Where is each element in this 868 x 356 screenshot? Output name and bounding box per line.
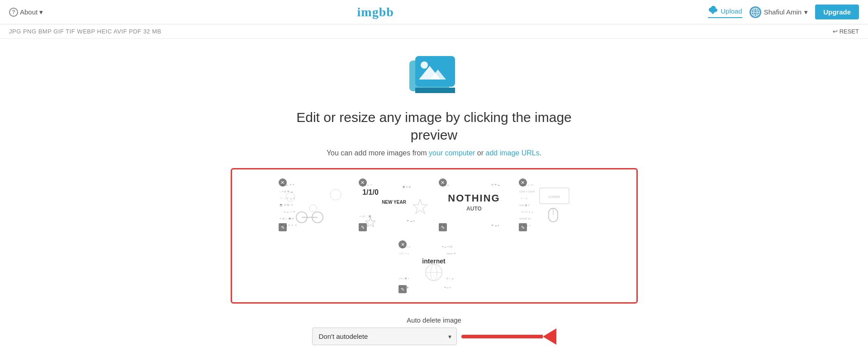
header: ? About ▾ imgbb Upload: [0, 0, 868, 24]
image-thumb-2[interactable]: 1/1/0 NEW YEAR ♪ ★ ☁ ✈ ☕ ♥ ✿ ☀ ✿ ♫ ☕ ❤ ☁…: [357, 177, 432, 233]
upload-nav-link[interactable]: Upload: [708, 6, 742, 18]
upgrade-button[interactable]: Upgrade: [815, 5, 859, 19]
sub-text: You can add more images from your comput…: [327, 149, 541, 157]
or-text: or: [475, 149, 485, 157]
svg-rect-6: [415, 56, 455, 87]
svg-text:❤ ☁ ♥: ❤ ☁ ♥: [444, 286, 451, 289]
svg-text:♪ ★ ☁ ✈ ❤: ♪ ★ ☁ ✈ ❤: [281, 211, 295, 213]
svg-text:❤ ☁ ♥: ❤ ☁ ♥: [407, 220, 415, 222]
thumb-close-1[interactable]: ✕: [279, 178, 287, 187]
thumb-edit-1[interactable]: ✎: [279, 223, 287, 231]
your-computer-link[interactable]: your computer: [429, 149, 475, 157]
svg-text:COM ☀ LOGIN: COM ☀ LOGIN: [519, 190, 535, 193]
thumb-edit-4[interactable]: ✎: [519, 223, 527, 231]
svg-text:✿ ❤ ☁: ✿ ❤ ☁: [491, 183, 500, 186]
image-thumb-4[interactable]: LIKE ☁ ★ ♥ COM ☀ LOGIN ✈ ♫ ★ www ☕ ♥ BLO…: [517, 177, 592, 233]
svg-text:1/1/0: 1/1/0: [362, 188, 379, 196]
user-name: Shafiul Amin: [764, 8, 802, 16]
svg-text:☕ ♥ ✿ ☀: ☕ ♥ ✿ ☀: [279, 203, 293, 207]
thumb-close-4[interactable]: ✕: [519, 178, 527, 187]
svg-text:☕ ♥ ✿: ☕ ♥ ✿: [402, 185, 411, 189]
user-menu-button[interactable]: Shafiul Amin ▾: [749, 6, 808, 18]
svg-text:www ☕ ♥: www ☕ ♥: [399, 277, 409, 280]
main-heading: Edit or resize any image by clicking the…: [276, 108, 593, 144]
svg-point-7: [421, 61, 428, 69]
svg-text:www ☕ ♥: www ☕ ♥: [519, 204, 530, 207]
auto-delete-select[interactable]: Don't autodelete After 5 minutes After 1…: [312, 328, 457, 345]
thumb-close-2[interactable]: ✕: [359, 178, 367, 187]
thumb-inner-4: LIKE ☁ ★ ♥ COM ☀ LOGIN ✈ ♫ ★ www ☕ ♥ BLO…: [517, 177, 592, 233]
auto-delete-section: Auto delete image Don't autodelete After…: [312, 316, 556, 345]
svg-text:AUTO: AUTO: [466, 206, 482, 212]
svg-text:NEW YEAR: NEW YEAR: [382, 200, 406, 205]
add-image-urls-link[interactable]: add image URLs: [485, 149, 539, 157]
svg-text:NOTHING: NOTHING: [448, 192, 500, 204]
auto-delete-select-wrapper: Don't autodelete After 5 minutes After 1…: [312, 328, 457, 345]
upload-nav-label: Upload: [721, 7, 742, 15]
svg-text:SHARE ✿ ♫: SHARE ✿ ♫: [519, 217, 532, 220]
about-label: About: [20, 8, 38, 16]
sub-text-start: You can add more images from: [327, 149, 429, 157]
arrow-shaft: [461, 335, 543, 338]
arrow-head: [543, 328, 556, 345]
sub-text-end: .: [540, 149, 541, 157]
thumb-inner-2: 1/1/0 NEW YEAR ♪ ★ ☁ ✈ ☕ ♥ ✿ ☀ ✿ ♫ ☕ ❤ ☁…: [357, 177, 432, 233]
svg-text:elastic ❤: elastic ❤: [446, 252, 455, 255]
about-dropdown-icon: ▾: [39, 8, 43, 16]
svg-text:☀ ✿ ♫ ☕: ☀ ✿ ♫ ☕: [359, 215, 372, 218]
svg-text:internet: internet: [422, 258, 446, 265]
file-types-label: JPG PNG BMP GIF TIF WEBP HEIC AVIF PDF 3…: [9, 28, 161, 35]
question-icon: ?: [9, 8, 18, 17]
image-thumb-3[interactable]: NOTHING AUTO ♪ ★ ☁ ✿ ❤ ☁ ☀ ✿ ♫ ❤ ☁ ♥ ✕ ✎: [437, 177, 512, 233]
reset-button[interactable]: ↩ RESET: [833, 28, 859, 35]
thumb-edit-5[interactable]: ✎: [398, 285, 407, 293]
sub-header: JPG PNG BMP GIF TIF WEBP HEIC AVIF PDF 3…: [0, 24, 868, 39]
thumb-edit-3[interactable]: ✎: [439, 223, 447, 231]
main-content: Edit or resize any image by clicking the…: [0, 39, 868, 356]
thumb-close-5[interactable]: ✕: [398, 240, 407, 248]
svg-text:LOGIN: LOGIN: [548, 195, 560, 199]
upload-icon-container: [407, 52, 461, 99]
user-dropdown-icon: ▾: [804, 8, 808, 16]
svg-text:BLOG ★ ☁: BLOG ★ ☁: [522, 211, 533, 213]
svg-text:❤ ☁ COM: ❤ ☁ COM: [442, 245, 452, 248]
header-left: ? About ▾: [9, 8, 43, 17]
svg-text:✈ ♫ ★ ☁ ✿: ✈ ♫ ★ ☁ ✿: [280, 197, 295, 200]
user-avatar: [749, 6, 761, 18]
svg-text:✈ ♫ ★: ✈ ♫ ★: [521, 197, 528, 200]
svg-text:☀ ✿ ♫ ☕ ★: ☀ ✿ ♫ ☕ ★: [279, 217, 294, 220]
svg-text:❤ ☁ ♥: ❤ ☁ ♥: [491, 224, 499, 227]
header-right: Upload Shafiul Amin ▾ Upgrade: [708, 5, 859, 19]
red-arrow-annotation: [461, 328, 556, 345]
image-thumb-5[interactable]: internet ☁ ★ ♥ ✿ ❤ ☁ COM LIKE ☀ ★ elasti…: [397, 239, 471, 295]
about-button[interactable]: ? About ▾: [9, 8, 43, 17]
thumb-inner-3: NOTHING AUTO ♪ ★ ☁ ✿ ❤ ☁ ☀ ✿ ♫ ❤ ☁ ♥: [437, 177, 512, 233]
thumb-edit-2[interactable]: ✎: [359, 223, 367, 231]
thumb-close-3[interactable]: ✕: [439, 178, 447, 187]
image-thumb-1[interactable]: ✿ ☁ ★ ♥ ♪ ☀ ✿ ❤ ☁ ✈ ♫ ★ ☁ ✿ ☕ ♥ ✿ ☀ ♪ ★ …: [277, 177, 351, 233]
auto-delete-label: Auto delete image: [407, 316, 461, 324]
image-preview-area: ✿ ☁ ★ ♥ ♪ ☀ ✿ ❤ ☁ ✈ ♫ ★ ☁ ✿ ☕ ♥ ✿ ☀ ♪ ★ …: [231, 168, 638, 304]
site-logo: imgbb: [357, 5, 394, 19]
thumb-inner-1: ✿ ☁ ★ ♥ ♪ ☀ ✿ ❤ ☁ ✈ ♫ ★ ☁ ✿ ☕ ♥ ✿ ☀ ♪ ★ …: [277, 177, 351, 233]
svg-rect-10: [415, 88, 455, 93]
thumb-inner-5: internet ☁ ★ ♥ ✿ ❤ ☁ COM LIKE ☀ ★ elasti…: [397, 239, 471, 295]
svg-text:LIKE ☀ ★: LIKE ☀ ★: [399, 252, 409, 255]
image-upload-icon: [407, 52, 461, 98]
cloud-upload-icon: [708, 6, 718, 16]
svg-text:✿ ♫ ☁: ✿ ♫ ☁: [446, 277, 454, 280]
